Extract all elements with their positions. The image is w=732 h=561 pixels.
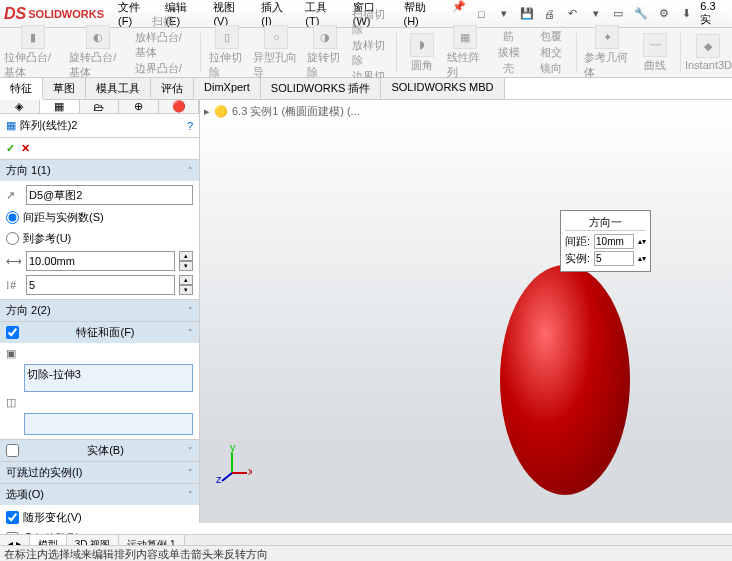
save-icon[interactable]: 💾 [518, 4, 537, 24]
undo-icon[interactable]: ↶ [563, 4, 582, 24]
linear-pattern-icon: ▦ [6, 119, 16, 132]
section-skip-header[interactable]: 可跳过的实例(I)˅ [0, 462, 199, 483]
chk-vary[interactable]: 随形变化(V) [6, 509, 193, 526]
rb-revolve-boss[interactable]: ◐旋转凸台/基体 [69, 25, 126, 80]
feature-list-icon: ▣ [6, 347, 22, 360]
rb-hole-wizard[interactable]: ○异型孔向导 [253, 25, 299, 80]
chevron-down-icon: ˅ [188, 446, 193, 456]
opt-spacing-count[interactable]: 间距与实例数(S) [6, 209, 193, 226]
app-title: SOLIDWORKS [28, 8, 104, 20]
rb-fillet[interactable]: ◗圆角 [405, 33, 439, 73]
new-icon[interactable]: □ [472, 4, 491, 24]
rebuild-icon[interactable]: 🔧 [632, 4, 651, 24]
pm-help-icon[interactable]: ? [187, 120, 193, 132]
pm-cancel[interactable]: ✕ [21, 142, 30, 155]
tab-features[interactable]: 特征 [0, 78, 43, 100]
flyout-tree[interactable]: ▸ 🟡 6.3 实例1 (椭圆面建模) (... [204, 104, 360, 119]
pm-title: 阵列(线性)2 [20, 118, 77, 133]
opt-to-reference[interactable]: 到参考(U) [6, 230, 193, 247]
rb-instant3d[interactable]: ◆Instant3D [689, 34, 728, 71]
tab-mold[interactable]: 模具工具 [86, 78, 151, 99]
status-text: 在标注内选择域来编辑排列内容或单击箭头来反转方向 [4, 548, 268, 560]
count-down[interactable]: ▾ [179, 285, 193, 295]
rb-refgeom[interactable]: ✦参考几何体 [584, 25, 630, 80]
doc-name: 6.3 实例1 (椭圆面建模) (... [232, 104, 360, 119]
faces-listbox[interactable] [24, 413, 193, 435]
section-dir2-header[interactable]: 方向 2(2)˅ [0, 300, 199, 321]
spacing-down[interactable]: ▾ [179, 261, 193, 271]
view-triad[interactable]: y x z [212, 443, 252, 483]
fm-tab-pm[interactable]: ▦ [40, 100, 80, 113]
spacing-input[interactable] [26, 251, 175, 271]
rb-extrude-cut[interactable]: ▯拉伸切除 [209, 25, 246, 80]
part-icon: 🟡 [214, 105, 228, 118]
pm-ok[interactable]: ✓ [6, 142, 15, 155]
svg-line-4 [222, 473, 232, 481]
select-icon[interactable]: ▭ [609, 4, 628, 24]
options-icon[interactable]: ⚙ [655, 4, 674, 24]
chevron-up-icon: ˄ [188, 166, 193, 176]
logo-icon: DS [4, 5, 26, 23]
redo-icon[interactable]: ▾ [586, 4, 605, 24]
revolve-boss-icon: ◐ [86, 25, 110, 49]
section-options-header[interactable]: 选项(O)˄ [0, 484, 199, 505]
callout-count-input[interactable] [594, 251, 634, 266]
print-icon[interactable]: 🖨 [541, 4, 560, 24]
count-up[interactable]: ▴ [179, 275, 193, 285]
chevron-up-icon: ˄ [188, 328, 193, 338]
extrude-boss-icon: ▮ [21, 25, 45, 49]
pattern-callout[interactable]: 方向一 间距:▴▾ 实例:▴▾ [560, 210, 651, 272]
menu-help[interactable]: 帮助(H) [398, 0, 445, 31]
tab-evaluate[interactable]: 评估 [151, 78, 194, 99]
callout-count-label: 实例: [565, 251, 590, 266]
expand-icon[interactable]: ▸ [204, 105, 210, 118]
features-listbox[interactable]: 切除-拉伸3 [24, 364, 193, 392]
direction-ref-input[interactable] [26, 185, 193, 205]
spacing-icon: ⟷ [6, 255, 22, 268]
fm-tab-tree[interactable]: ◈ [0, 100, 40, 113]
bodies-chk[interactable] [6, 444, 19, 457]
direction-ref-icon[interactable]: ↗ [6, 189, 22, 202]
callout-title: 方向一 [565, 215, 646, 231]
spacing-up[interactable]: ▴ [179, 251, 193, 261]
revolve-cut-icon: ◑ [313, 25, 337, 49]
tab-mbd[interactable]: SOLIDWORKS MBD [381, 78, 504, 99]
svg-text:y: y [230, 443, 236, 453]
tab-dimxpert[interactable]: DimXpert [194, 78, 261, 99]
rb-pattern[interactable]: ▦线性阵列 [447, 25, 484, 80]
pattern-icon: ▦ [453, 25, 477, 49]
section-features-header[interactable]: 特征和面(F)˄ [0, 322, 199, 343]
chevron-down-icon: ˅ [188, 468, 193, 478]
chevron-up-icon: ˄ [188, 490, 193, 500]
count-input[interactable] [26, 275, 175, 295]
rb-rib[interactable]: 筋拔模壳 [492, 29, 526, 76]
graphics-viewport[interactable]: ▸ 🟡 6.3 实例1 (椭圆面建模) (... 方向一 间距:▴▾ 实例:▴▾… [200, 100, 732, 523]
status-bar: 在标注内选择域来编辑排列内容或单击箭头来反转方向 [0, 545, 732, 561]
rb-curves[interactable]: 〰曲线 [638, 33, 672, 73]
extrude-cut-icon: ▯ [215, 25, 239, 49]
rb-extrude-boss[interactable]: ▮拉伸凸台/基体 [4, 25, 61, 80]
features-chk[interactable] [6, 326, 19, 339]
rb-wrap[interactable]: 包覆相交镜向 [534, 29, 568, 76]
property-manager: ◈ ▦ 🗁 ⊕ 🔴 ▦ 阵列(线性)2 ? ✓ ✕ 方向 1(1)˄ ↗ [0, 100, 200, 523]
fm-tab-appear[interactable]: 🔴 [159, 100, 199, 113]
callout-spacing-label: 间距: [565, 234, 590, 249]
instant3d-icon: ◆ [696, 34, 720, 58]
rb-revolve-cut[interactable]: ◑旋转切除 [307, 25, 344, 80]
face-list-icon: ◫ [6, 396, 22, 409]
section-dir1-header[interactable]: 方向 1(1)˄ [0, 160, 199, 181]
coord-icon[interactable]: ⬇ [677, 4, 696, 24]
svg-text:z: z [216, 473, 222, 483]
tab-addins[interactable]: SOLIDWORKS 插件 [261, 78, 382, 99]
open-icon[interactable]: ▾ [495, 4, 514, 24]
fillet-icon: ◗ [410, 33, 434, 57]
callout-spacing-input[interactable] [594, 234, 634, 249]
model-body[interactable] [500, 265, 630, 495]
svg-text:x: x [248, 465, 252, 477]
fm-tab-display[interactable]: ⊕ [119, 100, 159, 113]
fm-tab-config[interactable]: 🗁 [80, 100, 120, 113]
count-icon: ⁞# [6, 279, 22, 292]
tab-sketch[interactable]: 草图 [43, 78, 86, 99]
section-bodies-header[interactable]: 实体(B)˅ [0, 440, 199, 461]
refgeom-icon: ✦ [595, 25, 619, 49]
